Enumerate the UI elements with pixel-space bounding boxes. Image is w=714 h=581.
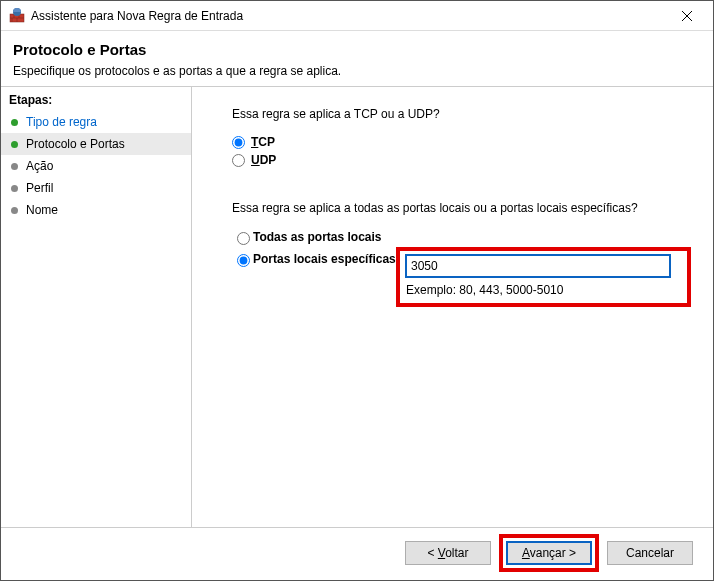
back-button[interactable]: < Voltar — [405, 541, 491, 565]
step-label: Perfil — [26, 181, 53, 195]
close-button[interactable] — [664, 1, 709, 30]
port-input[interactable] — [406, 255, 670, 277]
titlebar: Assistente para Nova Regra de Entrada — [1, 1, 713, 31]
step-dot-icon — [11, 163, 18, 170]
radio-udp-row: UDP — [232, 153, 691, 167]
step-rule-type[interactable]: Tipo de regra — [1, 111, 191, 133]
step-dot-icon — [11, 141, 18, 148]
sidebar-title: Etapas: — [1, 91, 191, 111]
radio-all-ports-row: Todas as portas locais — [232, 229, 691, 245]
step-action[interactable]: Ação — [1, 155, 191, 177]
step-name[interactable]: Nome — [1, 199, 191, 221]
highlight-port-field: Exemplo: 80, 443, 5000-5010 — [396, 247, 691, 307]
wizard-header: Protocolo e Portas Especifique os protoc… — [1, 31, 713, 86]
ports-question: Essa regra se aplica a todas as portas l… — [232, 201, 691, 215]
radio-specific-ports-label[interactable]: Portas locais específicas: — [253, 252, 400, 266]
step-dot-icon — [11, 119, 18, 126]
protocol-question: Essa regra se aplica a TCP ou a UDP? — [232, 107, 691, 121]
radio-specific-ports-row: Portas locais específicas: Exemplo: 80, … — [232, 251, 691, 307]
cancel-button[interactable]: Cancelar — [607, 541, 693, 565]
wizard-footer: < Voltar Avançar > Cancelar — [1, 527, 713, 577]
step-dot-icon — [11, 185, 18, 192]
radio-tcp-label[interactable]: TCP — [251, 135, 275, 149]
steps-sidebar: Etapas: Tipo de regra Protocolo e Portas… — [1, 87, 191, 527]
radio-tcp-row: TCP — [232, 135, 691, 149]
wizard-content: Essa regra se aplica a TCP ou a UDP? TCP… — [192, 87, 713, 527]
step-label: Protocolo e Portas — [26, 137, 125, 151]
step-protocol-ports[interactable]: Protocolo e Portas — [1, 133, 191, 155]
step-label: Ação — [26, 159, 53, 173]
radio-all-ports[interactable] — [237, 232, 250, 245]
next-button[interactable]: Avançar > — [506, 541, 592, 565]
step-link[interactable]: Tipo de regra — [26, 115, 97, 129]
window-title: Assistente para Nova Regra de Entrada — [31, 9, 664, 23]
firewall-icon — [9, 8, 25, 24]
page-title: Protocolo e Portas — [13, 41, 701, 58]
radio-specific-ports[interactable] — [237, 254, 250, 267]
step-profile[interactable]: Perfil — [1, 177, 191, 199]
port-example: Exemplo: 80, 443, 5000-5010 — [406, 283, 681, 297]
radio-all-ports-label[interactable]: Todas as portas locais — [253, 230, 382, 244]
step-dot-icon — [11, 207, 18, 214]
highlight-next-button: Avançar > — [499, 534, 599, 572]
radio-udp-label[interactable]: UDP — [251, 153, 276, 167]
radio-udp[interactable] — [232, 154, 245, 167]
step-label: Nome — [26, 203, 58, 217]
radio-tcp[interactable] — [232, 136, 245, 149]
page-subtitle: Especifique os protocolos e as portas a … — [13, 64, 701, 78]
